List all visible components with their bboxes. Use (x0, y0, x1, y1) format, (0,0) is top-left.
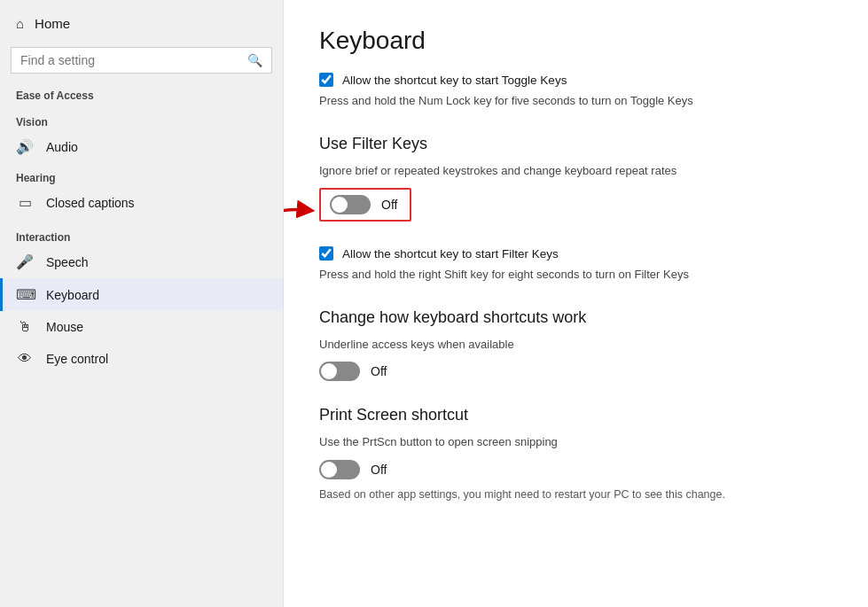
sidebar-closed-captions-label: Closed captions (46, 196, 135, 210)
speech-icon: 🎤 (16, 253, 34, 270)
sidebar-item-closed-captions[interactable]: ▭ Closed captions (0, 186, 283, 219)
sidebar-item-audio[interactable]: 🔊 Audio (0, 130, 283, 163)
filter-keys-heading: Use Filter Keys (319, 135, 833, 153)
sidebar-eye-control-label: Eye control (46, 352, 108, 366)
toggle-keys-checkbox-label: Allow the shortcut key to start Toggle K… (342, 74, 567, 87)
filter-keys-toggle-track[interactable] (330, 195, 371, 214)
sidebar-audio-label: Audio (46, 140, 78, 154)
keyboard-shortcuts-toggle[interactable] (319, 362, 360, 381)
keyboard-shortcuts-section: Change how keyboard shortcuts work Under… (319, 308, 833, 382)
keyboard-shortcuts-toggle-knob (321, 363, 337, 379)
mouse-icon: 🖱 (16, 319, 34, 335)
ease-of-access-label: Ease of Access (0, 84, 283, 104)
arrow-annotation (284, 179, 324, 250)
keyboard-shortcuts-toggle-track[interactable] (319, 362, 360, 381)
filter-keys-checkbox-row[interactable]: Allow the shortcut key to start Filter K… (319, 246, 833, 261)
print-screen-toggle-label: Off (371, 463, 387, 477)
filter-keys-description: Ignore brief or repeated keystrokes and … (319, 162, 833, 180)
keyboard-icon: ⌨ (16, 286, 34, 303)
sidebar-item-speech[interactable]: 🎤 Speech (0, 245, 283, 278)
sidebar-keyboard-label: Keyboard (46, 288, 99, 302)
eye-control-icon: 👁 (16, 351, 34, 367)
toggle-keys-description: Press and hold the Num Lock key for five… (319, 92, 833, 110)
keyboard-shortcuts-description: Underline access keys when available (319, 336, 833, 354)
audio-icon: 🔊 (16, 138, 34, 155)
sidebar-mouse-label: Mouse (46, 320, 83, 334)
toggle-keys-section: Allow the shortcut key to start Toggle K… (319, 73, 833, 110)
sidebar-item-eye-control[interactable]: 👁 Eye control (0, 343, 283, 375)
sidebar-item-keyboard[interactable]: ⌨ Keyboard (0, 278, 283, 311)
print-screen-footer-note: Based on other app settings, you might n… (319, 486, 833, 503)
print-screen-toggle-track[interactable] (319, 460, 360, 479)
sidebar-home-label: Home (35, 16, 70, 31)
search-input[interactable] (20, 53, 247, 67)
closed-captions-icon: ▭ (16, 194, 34, 211)
filter-keys-toggle-label: Off (381, 198, 397, 212)
sidebar-item-mouse[interactable]: 🖱 Mouse (0, 311, 283, 343)
search-icon: 🔍 (247, 53, 262, 67)
print-screen-toggle-row: Off (319, 460, 833, 479)
print-screen-toggle[interactable] (319, 460, 360, 479)
page-title: Keyboard (319, 27, 833, 55)
sidebar-item-home[interactable]: ⌂ Home (0, 7, 283, 40)
print-screen-description: Use the PrtScn button to open screen sni… (319, 433, 833, 451)
keyboard-shortcuts-heading: Change how keyboard shortcuts work (319, 308, 833, 327)
filter-keys-section: Use Filter Keys Ignore brief or repeated… (319, 135, 833, 284)
filter-keys-checkbox-label: Allow the shortcut key to start Filter K… (342, 247, 559, 261)
print-screen-toggle-knob (321, 462, 337, 478)
sidebar: ⌂ Home 🔍 Ease of Access Vision 🔊 Audio H… (0, 0, 284, 607)
keyboard-shortcuts-toggle-label: Off (371, 364, 387, 378)
filter-keys-toggle-box: Off (319, 188, 411, 222)
section-hearing-label: Hearing (0, 167, 283, 186)
home-icon: ⌂ (16, 16, 24, 31)
search-box[interactable]: 🔍 (11, 47, 272, 74)
section-interaction-label: Interaction (0, 226, 283, 245)
toggle-keys-checkbox-row[interactable]: Allow the shortcut key to start Toggle K… (319, 73, 833, 87)
keyboard-shortcuts-toggle-row: Off (319, 362, 833, 381)
filter-keys-checkbox-description: Press and hold the right Shift key for e… (319, 266, 833, 284)
print-screen-section: Print Screen shortcut Use the PrtScn but… (319, 406, 833, 502)
section-vision-label: Vision (0, 111, 283, 130)
filter-keys-toggle[interactable] (330, 195, 371, 214)
filter-keys-toggle-knob (332, 197, 348, 213)
print-screen-heading: Print Screen shortcut (319, 406, 833, 424)
filter-keys-checkbox[interactable] (319, 246, 333, 261)
main-content: Keyboard Allow the shortcut key to start… (284, 0, 868, 607)
toggle-keys-checkbox[interactable] (319, 73, 333, 87)
sidebar-speech-label: Speech (46, 255, 88, 269)
